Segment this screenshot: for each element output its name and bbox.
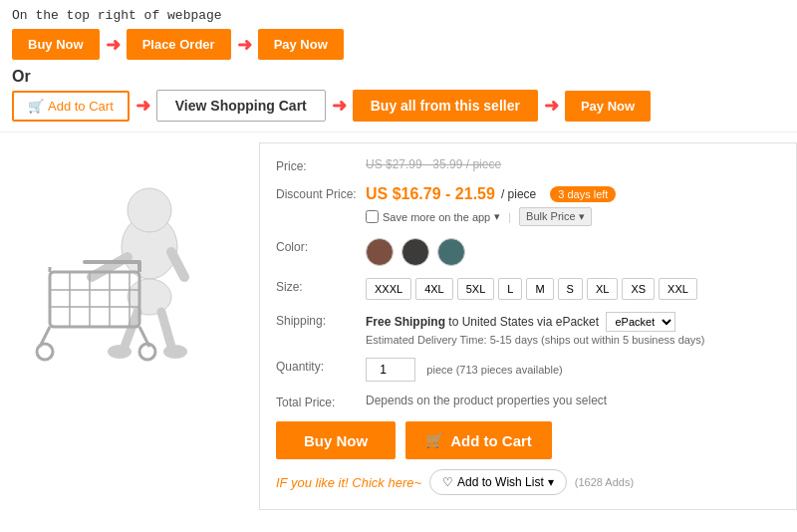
product-image-area — [0, 142, 259, 510]
cart-icon: 🛒 — [28, 99, 44, 114]
total-price-row: Total Price: Depends on the product prop… — [276, 394, 780, 409]
price-label: Price: — [276, 157, 366, 173]
buy-from-seller-button[interactable]: Buy all from this seller — [353, 90, 538, 122]
total-value: Depends on the product properties you se… — [366, 394, 780, 407]
size-row: Size: XXXL4XL5XLLMSXLXSXXL — [276, 278, 780, 300]
save-app-text: Save more on the app — [383, 211, 490, 223]
shipping-delivery: Estimated Delivery Time: 5-15 days (ship… — [366, 334, 780, 346]
place-order-button[interactable]: Place Order — [127, 29, 231, 60]
save-app-checkbox[interactable] — [366, 210, 379, 223]
price-row: Price: US $27.99 - 35.99 / piece — [276, 157, 780, 173]
qty-available-text: piece (713 pieces available) — [426, 364, 562, 376]
product-details: Price: US $27.99 - 35.99 / piece Discoun… — [259, 142, 797, 510]
pay-now-button-1[interactable]: Pay Now — [258, 29, 344, 60]
discount-label: Discount Price: — [276, 185, 366, 201]
color-swatch-teal[interactable] — [437, 238, 465, 266]
svg-line-5 — [125, 312, 137, 347]
or-label: Or — [12, 68, 785, 86]
svg-point-21 — [139, 344, 155, 360]
action-buttons: Buy Now 🛒 Add to Cart — [276, 421, 780, 459]
buy-now-button-main[interactable]: Buy Now — [276, 421, 396, 459]
days-left-badge: 3 days left — [550, 186, 616, 202]
flow-row-1: Buy Now ➜ Place Order ➜ Pay Now — [12, 29, 785, 60]
size-button-xs[interactable]: XS — [622, 278, 655, 300]
arrow-2: ➜ — [237, 34, 252, 56]
add-to-cart-label-main: Add to Cart — [450, 432, 532, 449]
bulk-price-button[interactable]: Bulk Price ▾ — [519, 207, 592, 226]
svg-line-6 — [161, 312, 171, 347]
total-label: Total Price: — [276, 394, 366, 409]
discount-value: US $16.79 - 21.59 / piece 3 days left Sa… — [366, 185, 780, 226]
wish-count: (1628 Adds) — [575, 476, 634, 488]
flow-row-2: 🛒 Add to Cart ➜ View Shopping Cart ➜ Buy… — [12, 90, 785, 122]
quantity-label: Quantity: — [276, 358, 366, 374]
size-button-xxl[interactable]: XXL — [659, 278, 697, 300]
discount-price: US $16.79 - 21.59 — [366, 185, 495, 203]
heart-icon: ♡ — [442, 475, 453, 489]
wishlist-row: IF you like it! Chick here~ ♡ Add to Wis… — [276, 469, 780, 495]
top-label: On the top right of webpage — [12, 8, 785, 23]
arrow-1: ➜ — [106, 34, 121, 56]
bulk-price-label: Bulk Price — [526, 210, 576, 222]
add-to-cart-label-1: Add to Cart — [48, 99, 114, 114]
product-image — [20, 152, 239, 382]
quantity-row: Quantity: piece (713 pieces available) — [276, 358, 780, 382]
cart-icon-main: 🛒 — [425, 431, 444, 449]
quantity-input[interactable] — [366, 358, 415, 382]
add-to-wishlist-button[interactable]: ♡ Add to Wish List ▾ — [429, 469, 567, 495]
size-button-xxxl[interactable]: XXXL — [366, 278, 411, 300]
size-button-xl[interactable]: XL — [587, 278, 618, 300]
color-swatch-dark[interactable] — [401, 238, 429, 266]
pay-now-button-2[interactable]: Pay Now — [565, 91, 651, 122]
buy-now-button-1[interactable]: Buy Now — [12, 29, 100, 60]
add-to-cart-button-main[interactable]: 🛒 Add to Cart — [405, 421, 552, 459]
color-row: Color: — [276, 238, 780, 266]
shipping-method-select[interactable]: ePacket — [606, 312, 675, 332]
size-buttons: XXXL4XL5XLLMSXLXSXXL — [366, 278, 780, 300]
svg-line-3 — [171, 252, 184, 277]
svg-point-8 — [163, 345, 187, 359]
original-price: US $27.99 - 35.99 / piece — [366, 157, 501, 171]
color-swatch-brown[interactable] — [366, 238, 394, 266]
add-to-cart-button-1[interactable]: 🛒 Add to Cart — [12, 91, 130, 122]
price-unit: / piece — [501, 187, 536, 201]
wishlist-label: Add to Wish List — [457, 475, 544, 489]
size-button-s[interactable]: S — [558, 278, 583, 300]
size-button-5xl[interactable]: 5XL — [457, 278, 495, 300]
shipping-detail: to United States via ePacket — [448, 315, 599, 329]
product-section: Price: US $27.99 - 35.99 / piece Discoun… — [0, 133, 797, 520]
shipping-label: Shipping: — [276, 312, 366, 328]
total-text: Depends on the product properties you se… — [366, 394, 607, 407]
color-swatches — [366, 238, 780, 266]
save-app-row: Save more on the app ▾ | Bulk Price ▾ — [366, 207, 780, 226]
price-value: US $27.99 - 35.99 / piece — [366, 157, 780, 171]
discount-price-row: Discount Price: US $16.79 - 21.59 / piec… — [276, 185, 780, 226]
if-you-like-text: IF you like it! Chick here~ — [276, 475, 421, 490]
svg-point-1 — [128, 188, 171, 232]
free-shipping-text: Free Shipping — [366, 315, 445, 329]
arrow-3: ➜ — [135, 95, 150, 117]
size-button-l[interactable]: L — [498, 278, 522, 300]
svg-point-20 — [37, 344, 53, 360]
color-label: Color: — [276, 238, 366, 254]
wishlist-arrow: ▾ — [548, 475, 554, 489]
size-button-4xl[interactable]: 4XL — [415, 278, 453, 300]
svg-point-7 — [108, 345, 132, 359]
arrow-5: ➜ — [544, 95, 559, 117]
quantity-value-area: piece (713 pieces available) — [366, 358, 780, 382]
arrow-4: ➜ — [332, 95, 347, 117]
view-cart-button[interactable]: View Shopping Cart — [156, 90, 326, 122]
save-app-arrow: ▾ — [494, 210, 500, 223]
shipping-value: Free Shipping to United States via ePack… — [366, 312, 780, 346]
size-button-m[interactable]: M — [526, 278, 553, 300]
size-label: Size: — [276, 278, 366, 294]
shipping-row: Shipping: Free Shipping to United States… — [276, 312, 780, 346]
